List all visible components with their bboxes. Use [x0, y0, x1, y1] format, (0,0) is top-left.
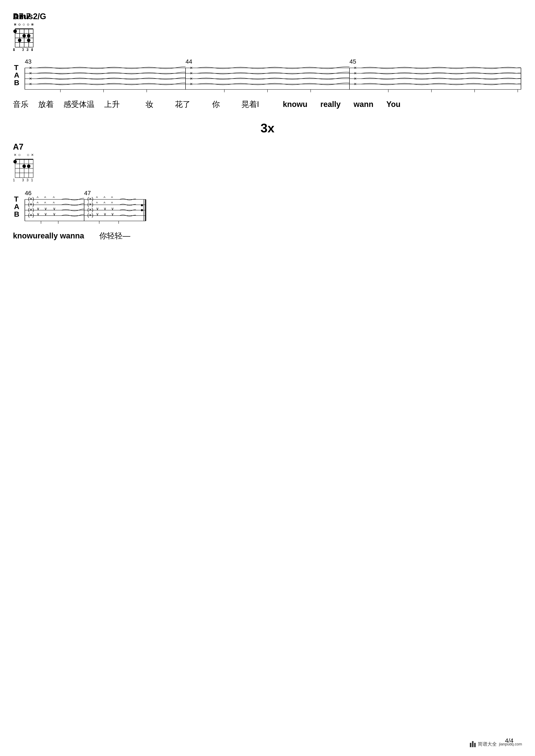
lyric-word: 花了 — [175, 99, 190, 110]
lyric-word: 感受体温 — [64, 99, 95, 110]
svg-point-94 — [27, 165, 30, 168]
lyric-word-bold: wann — [353, 100, 374, 109]
svg-text:T: T — [14, 195, 18, 203]
chord-grid-a7-2: 1 3 3 1 — [13, 158, 36, 182]
svg-text:∨: ∨ — [103, 212, 106, 216]
chord-dot: ○ — [17, 152, 21, 157]
svg-text:(×): (×) — [87, 207, 94, 212]
tab-svg-row2: T A B 46 47 (×) (×) (×) — [13, 190, 147, 224]
lyric-word: 放着 — [38, 99, 54, 110]
lyric-word-you: You — [386, 100, 400, 109]
svg-text:^: ^ — [103, 201, 105, 205]
svg-text:∨: ∨ — [103, 206, 106, 211]
lyric-word-bold-2: knowureally — [13, 231, 58, 240]
svg-text:×: × — [29, 76, 32, 81]
svg-text:45: 45 — [350, 58, 356, 65]
repeat-text: 3x — [261, 121, 275, 135]
lyric-word: 音乐 — [13, 99, 28, 110]
lyric-word: 妆 — [146, 99, 154, 110]
lyric-word: 晃着I — [241, 99, 259, 110]
svg-text:^: ^ — [53, 201, 55, 205]
watermark-text: 简谱大全 — [478, 741, 497, 747]
svg-text:^: ^ — [44, 196, 46, 200]
svg-text:46: 46 — [25, 190, 32, 196]
watermark: 简谱大全 jianpudq.com — [470, 741, 522, 747]
svg-text:43: 43 — [25, 58, 32, 65]
svg-point-38 — [14, 30, 17, 33]
svg-text:(×): (×) — [28, 202, 34, 207]
lyric-word: 上升 — [104, 99, 120, 110]
svg-text:×: × — [190, 81, 193, 87]
svg-text:∨: ∨ — [37, 212, 40, 216]
svg-point-92 — [14, 160, 17, 163]
svg-text:(×): (×) — [87, 196, 94, 202]
svg-text:×: × — [354, 76, 356, 81]
chord-dot: ○ — [26, 22, 30, 27]
svg-text:^: ^ — [53, 196, 55, 200]
chord-dot: × — [30, 22, 35, 27]
svg-text:×: × — [354, 70, 356, 76]
chord-dot — [21, 22, 26, 27]
svg-text:^: ^ — [37, 196, 39, 200]
chord-dot: × — [30, 152, 35, 157]
svg-text:×: × — [354, 65, 356, 70]
svg-text:1: 1 — [31, 48, 33, 51]
svg-text:×: × — [190, 65, 193, 70]
chord-a7-name: A7 — [13, 12, 23, 21]
svg-text:(×): (×) — [28, 207, 34, 212]
svg-text:B: B — [14, 78, 19, 87]
lyric-word-really: really — [320, 100, 341, 109]
svg-text:(×): (×) — [87, 212, 94, 218]
svg-text:(×): (×) — [28, 212, 34, 218]
svg-text:(×): (×) — [87, 202, 94, 207]
svg-text:×: × — [190, 70, 193, 76]
svg-text:3: 3 — [27, 48, 28, 51]
lyric-word-bold: knowu — [283, 100, 307, 109]
svg-text:3: 3 — [22, 178, 24, 182]
svg-text:∨: ∨ — [111, 206, 114, 211]
svg-text:1: 1 — [13, 178, 15, 182]
svg-text:1: 1 — [31, 178, 33, 182]
chord-dot: ○ — [17, 22, 21, 27]
chord-dot — [21, 152, 26, 157]
svg-point-93 — [22, 165, 26, 168]
svg-point-113 — [141, 204, 143, 206]
svg-text:47: 47 — [84, 190, 91, 196]
svg-text:∨: ∨ — [53, 206, 56, 211]
lyric-word-chinese-2: 你轻轻— — [99, 231, 130, 241]
chord-dot: ○ — [26, 152, 30, 157]
svg-text:1: 1 — [13, 48, 15, 51]
lyrics-row2: knowureally wanna 你轻轻— — [13, 231, 130, 241]
svg-text:∨: ∨ — [53, 212, 56, 216]
svg-text:3: 3 — [22, 48, 24, 51]
svg-text:^: ^ — [96, 201, 98, 205]
page: Dsus2/G ○ ○ ○ ○ — [0, 0, 535, 756]
svg-text:^: ^ — [37, 201, 39, 205]
svg-text:∨: ∨ — [37, 206, 40, 211]
chord-grid-a7: 1 3 3 1 — [13, 28, 36, 51]
svg-text:^: ^ — [111, 201, 113, 205]
svg-text:×: × — [29, 81, 32, 87]
svg-text:×: × — [29, 70, 32, 76]
svg-point-40 — [27, 34, 30, 38]
lyric-word: 你 — [212, 99, 220, 110]
svg-text:A: A — [14, 71, 19, 79]
svg-text:∨: ∨ — [96, 206, 99, 211]
svg-text:∨: ∨ — [44, 206, 47, 211]
svg-text:3: 3 — [27, 178, 28, 182]
chord-section-2: A7 × ○ ○ × 1 3 3 1 — [13, 142, 36, 182]
svg-text:^: ^ — [111, 196, 113, 200]
watermark-url: jianpudq.com — [499, 742, 522, 746]
chord-a7-2-name: A7 — [13, 142, 36, 151]
svg-text:^: ^ — [103, 196, 105, 200]
lyrics-row1: 音乐 放着 感受体温 上升 妆 花了 你 晃着I knowu really wa… — [13, 99, 522, 110]
svg-point-114 — [141, 209, 143, 211]
watermark-bars-icon — [470, 741, 476, 747]
svg-text:∨: ∨ — [44, 212, 47, 216]
svg-text:×: × — [354, 81, 356, 87]
svg-point-39 — [22, 34, 26, 38]
chord-dot: × — [13, 152, 17, 157]
svg-text:B: B — [14, 210, 19, 218]
lyric-word-wanna: wanna — [60, 231, 84, 240]
tab-staff-row2: T A B 46 47 (×) (×) (×) — [13, 190, 147, 224]
